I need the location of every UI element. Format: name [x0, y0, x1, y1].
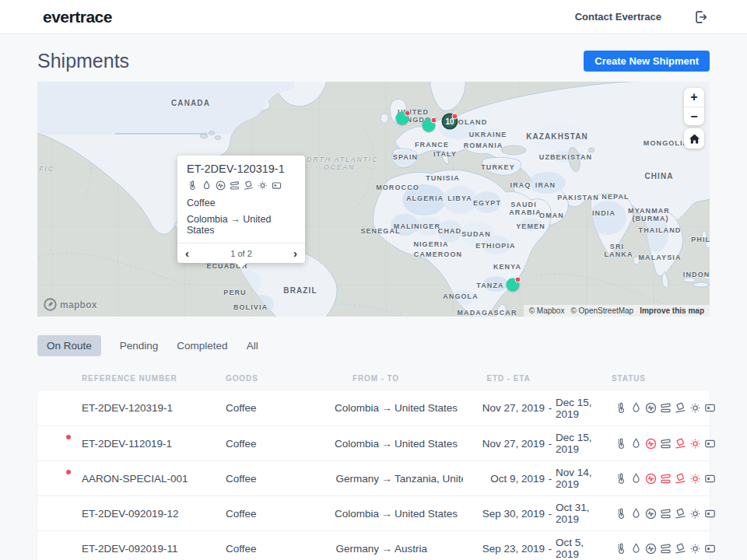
door-icon — [703, 437, 717, 450]
shock-icon — [644, 507, 658, 520]
cell-goods: Coffee — [222, 508, 327, 520]
shipments-table: ET-2DEV-120319-1 Coffee Colombia→United … — [37, 390, 710, 560]
table-row[interactable]: ET-2DEV-120319-1 Coffee Colombia→United … — [37, 390, 710, 425]
temperature-icon — [615, 437, 628, 450]
table-header-row: REFERENCE NUMBER GOODS FROM - TO ETD - E… — [37, 369, 710, 387]
cell-status-icons — [603, 507, 717, 520]
col-status: STATUS — [603, 374, 710, 383]
create-new-shipment-button[interactable]: Create New Shipment — [584, 51, 710, 72]
temperature-icon — [615, 542, 628, 555]
tab-all[interactable]: All — [247, 335, 258, 356]
tilt-angle-icon — [674, 437, 687, 450]
cell-from-to: Colombia→United States — [327, 508, 463, 520]
alert-badge — [431, 117, 437, 124]
tilt-icon — [659, 437, 672, 450]
door-icon — [703, 401, 717, 415]
arrow-right-icon: → — [379, 438, 395, 450]
table-row[interactable]: ET-2DEV-112019-1 Coffee Colombia→United … — [37, 425, 710, 460]
map-cluster-marker[interactable]: 10 — [442, 114, 458, 130]
cell-reference-number: ET-2DEV-112019-1 — [78, 438, 222, 450]
popup-next-button[interactable]: › — [293, 247, 297, 259]
light-icon — [689, 507, 702, 520]
shock-icon — [644, 401, 658, 415]
page-title: Shipments — [37, 50, 129, 72]
tilt-icon — [659, 472, 672, 485]
tilt-angle-icon — [674, 542, 687, 555]
temperature-icon — [615, 507, 628, 520]
mapbox-icon — [44, 298, 57, 311]
contact-link[interactable]: Contact Evertrace — [575, 11, 661, 23]
door-icon — [703, 507, 717, 520]
temperature-icon — [615, 472, 628, 485]
arrow-right-icon: → — [230, 214, 240, 225]
tilt-angle-icon — [674, 472, 687, 485]
tilt-angle-icon — [674, 401, 687, 415]
map-shipment-marker[interactable] — [423, 119, 436, 132]
map-home-button[interactable] — [684, 128, 704, 149]
door-icon — [703, 472, 717, 485]
cell-status-icons — [603, 437, 717, 450]
popup-shipment-reference: ET-2DEV-120319-1 — [187, 163, 296, 175]
humidity-icon — [630, 437, 643, 450]
alert-badge — [65, 434, 72, 440]
popup-route: Colombia → United States — [187, 214, 296, 236]
shipment-popup: ET-2DEV-120319-1 Coffee Colombia → Unite… — [177, 156, 305, 263]
popup-sensor-icons — [187, 180, 296, 191]
cell-from-to: Germany→Tanzania, United — [327, 473, 463, 485]
arrow-right-icon: → — [379, 543, 395, 555]
table-row[interactable]: AARON-SPECIAL-001 Coffee Germany→Tanzani… — [37, 460, 710, 495]
tilt-icon — [659, 401, 672, 415]
popup-goods: Coffee — [187, 198, 296, 208]
improve-map-link[interactable]: Improve this map — [640, 306, 704, 315]
map-zoom-controls: + − — [684, 88, 704, 125]
mapbox-attribution-link[interactable]: © Mapbox — [529, 306, 565, 315]
app-logo: evertrace — [43, 8, 112, 26]
top-bar: evertrace Contact Evertrace — [0, 0, 747, 34]
tab-on-route[interactable]: On Route — [37, 335, 101, 356]
tab-pending[interactable]: Pending — [120, 335, 159, 356]
cell-from-to: Germany→Austria — [327, 543, 463, 555]
cell-status-icons — [603, 472, 717, 485]
tilt-angle-icon — [243, 180, 254, 191]
col-from-to: FROM - TO — [327, 374, 463, 383]
tab-completed[interactable]: Completed — [177, 335, 227, 356]
humidity-icon — [630, 472, 643, 485]
light-icon — [689, 472, 702, 485]
zoom-out-button[interactable]: − — [684, 107, 704, 125]
arrow-right-icon: → — [379, 508, 395, 520]
map-shipment-marker[interactable] — [396, 112, 409, 125]
osm-attribution-link[interactable]: © OpenStreetMap — [570, 306, 633, 315]
popup-prev-button[interactable]: ‹ — [185, 247, 189, 259]
cell-from-to: Colombia→United States — [327, 402, 463, 414]
door-icon — [703, 542, 717, 555]
col-reference-number: REFERENCE NUMBER — [78, 374, 222, 383]
cell-status-icons — [603, 542, 717, 555]
shock-icon — [644, 472, 658, 485]
shipment-filter-tabs: On RoutePendingCompletedAll — [37, 335, 710, 356]
light-icon — [689, 401, 702, 415]
cell-etd-eta: Sep 23, 2019-Oct 5, 2019 — [463, 537, 603, 560]
alert-badge — [452, 114, 458, 120]
humidity-icon — [630, 507, 643, 520]
cell-goods: Coffee — [222, 473, 327, 485]
temperature-icon — [187, 180, 198, 191]
mapbox-logo[interactable]: mapbox — [44, 298, 97, 311]
humidity-icon — [630, 401, 643, 415]
logout-icon[interactable] — [693, 9, 710, 26]
table-row[interactable]: ET-2DEV-092019-12 Coffee Colombia→United… — [37, 495, 710, 530]
tilt-angle-icon — [674, 507, 687, 520]
popup-page-indicator: 1 of 2 — [230, 249, 252, 258]
alert-badge — [515, 277, 521, 283]
cell-etd-eta: Nov 27, 2019-Dec 15, 2019 — [463, 432, 603, 455]
humidity-icon — [201, 180, 212, 191]
shipments-map[interactable]: CANADAUNITEDKINGDOMFRANCESPAINITALYPOLAN… — [37, 82, 710, 317]
world-map — [37, 82, 710, 317]
map-shipment-marker[interactable] — [507, 278, 520, 292]
table-row[interactable]: ET-2DEV-092019-11 Coffee Germany→Austria… — [37, 530, 710, 560]
zoom-in-button[interactable]: + — [684, 88, 704, 107]
light-icon — [689, 542, 702, 555]
shock-icon — [644, 542, 658, 555]
tilt-icon — [229, 180, 240, 191]
map-attribution: © Mapbox © OpenStreetMap Improve this ma… — [524, 305, 710, 317]
arrow-right-icon: → — [379, 473, 395, 485]
